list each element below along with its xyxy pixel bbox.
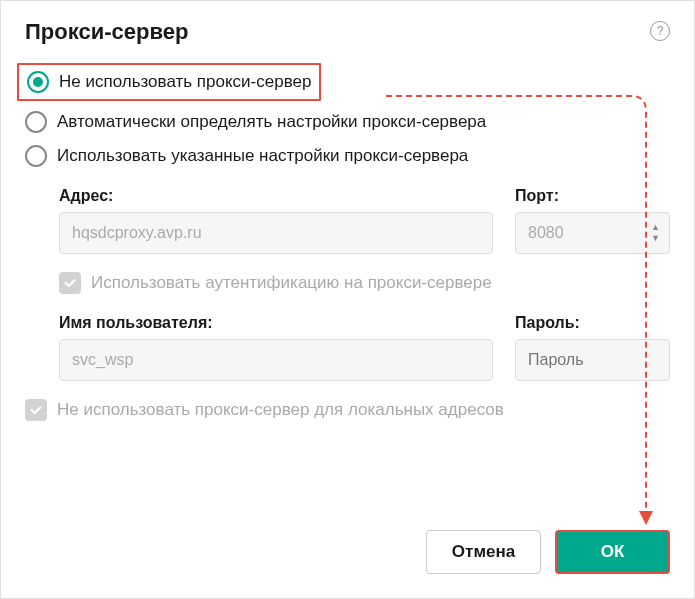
dialog-header: Прокси-сервер ? (25, 19, 670, 45)
cancel-button[interactable]: Отмена (426, 530, 541, 574)
radio-auto-detect[interactable]: Автоматически определять настройки прокс… (25, 105, 670, 139)
radio-manual[interactable]: Использовать указанные настройки прокси-… (25, 139, 670, 173)
radio-no-proxy[interactable]: Не использовать прокси-сервер (17, 63, 321, 101)
radio-label: Автоматически определять настройки прокс… (57, 112, 486, 132)
help-icon[interactable]: ? (650, 21, 670, 41)
ok-button[interactable]: ОК (555, 530, 670, 574)
dialog-footer: Отмена ОК (426, 530, 670, 574)
port-input[interactable] (515, 212, 670, 254)
port-group: Порт: ▲▼ (515, 187, 670, 254)
radio-icon (27, 71, 49, 93)
checkbox-icon (25, 399, 47, 421)
dialog-title: Прокси-сервер (25, 19, 188, 45)
address-input[interactable] (59, 212, 493, 254)
username-group: Имя пользователя: (59, 314, 493, 381)
checkbox-icon (59, 272, 81, 294)
username-input[interactable] (59, 339, 493, 381)
proxy-settings-dialog: Прокси-сервер ? Не использовать прокси-с… (0, 0, 695, 599)
auth-checkbox-label: Использовать аутентификацию на прокси-се… (91, 273, 492, 293)
local-checkbox-label: Не использовать прокси-сервер для локаль… (57, 400, 504, 420)
radio-icon (25, 145, 47, 167)
password-group: Пароль: (515, 314, 670, 381)
username-label: Имя пользователя: (59, 314, 493, 332)
spinner-arrows-icon[interactable]: ▲▼ (651, 223, 660, 243)
password-label: Пароль: (515, 314, 670, 332)
credentials-row: Имя пользователя: Пароль: (59, 314, 670, 381)
port-label: Порт: (515, 187, 670, 205)
proxy-mode-radio-group: Не использовать прокси-сервер Автоматиче… (25, 63, 670, 173)
auth-checkbox-row[interactable]: Использовать аутентификацию на прокси-се… (59, 272, 670, 294)
address-label: Адрес: (59, 187, 493, 205)
proxy-form-section: Адрес: Порт: ▲▼ Использовать аутентифика… (25, 187, 670, 381)
radio-icon (25, 111, 47, 133)
address-group: Адрес: (59, 187, 493, 254)
radio-label: Использовать указанные настройки прокси-… (57, 146, 468, 166)
local-addresses-checkbox-row[interactable]: Не использовать прокси-сервер для локаль… (25, 399, 670, 421)
radio-label: Не использовать прокси-сервер (59, 72, 311, 92)
address-port-row: Адрес: Порт: ▲▼ (59, 187, 670, 254)
password-input[interactable] (515, 339, 670, 381)
